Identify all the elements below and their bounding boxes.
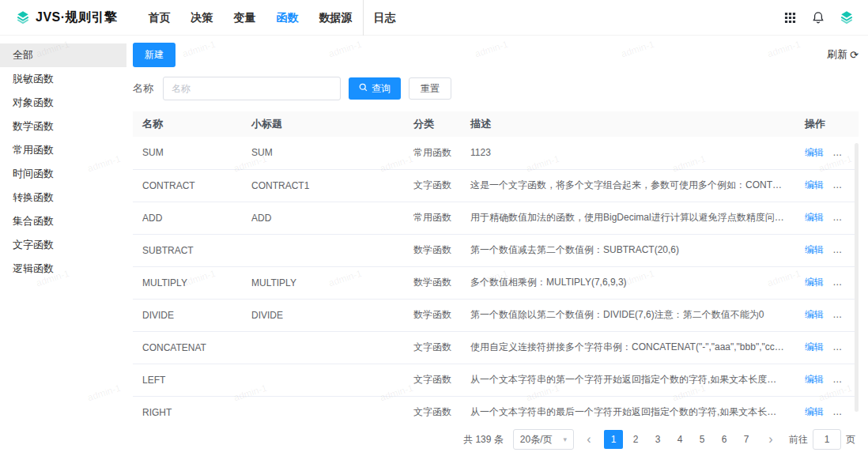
page-button[interactable]: 6	[715, 430, 734, 449]
table-scrollbar[interactable]	[855, 143, 859, 412]
nav-item[interactable]: 首页	[138, 0, 181, 36]
page-button[interactable]: 3	[648, 430, 667, 449]
delete-link[interactable]: 删除	[832, 244, 851, 255]
nav-item[interactable]: 函数	[266, 0, 309, 36]
chevron-down-icon: ▾	[563, 435, 567, 443]
header-subtitle: 小标题	[242, 111, 404, 137]
edit-link[interactable]: 编辑	[805, 212, 824, 223]
edit-link[interactable]: 编辑	[805, 341, 824, 352]
cell-category: 文字函数	[404, 331, 461, 364]
delete-link[interactable]: 删除	[832, 277, 851, 288]
nav-item[interactable]: 变量	[224, 0, 266, 36]
cell-category: 文字函数	[404, 396, 461, 423]
sidebar: 全部 脱敏函数 对象函数 数学函数 常用函数 时间函数 转换函数 集合函数 文字…	[0, 36, 126, 456]
cell-name: RIGHT	[133, 396, 242, 423]
nav-item[interactable]: 决策	[181, 0, 224, 36]
cell-operation: 编辑 删除	[795, 331, 859, 364]
brand: JVS·规则引擎	[16, 9, 118, 26]
sidebar-item[interactable]: 数学函数	[0, 115, 126, 138]
table-row: LEFT 文字函数 从一个文本字符串的第一个字符开始返回指定个数的字符,如果文本…	[133, 364, 859, 396]
delete-link[interactable]: 删除	[832, 147, 851, 158]
delete-link[interactable]: 删除	[832, 406, 851, 417]
app-logo-icon[interactable]	[840, 10, 854, 24]
cell-subtitle: MULTIPLY	[242, 266, 404, 299]
sidebar-item[interactable]: 时间函数	[0, 162, 126, 186]
edit-link[interactable]: 编辑	[805, 406, 824, 417]
table-row: CONCATENAT 文字函数 使用自定义连接符拼接多个字符串例：CONCATE…	[133, 331, 859, 364]
new-button[interactable]: 新建	[133, 43, 175, 67]
toolbar: 新建 刷新 ⟳	[133, 42, 859, 67]
cell-operation: 编辑 删除	[795, 299, 859, 331]
cell-description: 使用自定义连接符拼接多个字符串例：CONCATENAT("-","aaa","b…	[461, 331, 795, 364]
edit-link[interactable]: 编辑	[805, 147, 824, 158]
main-nav: 首页 决策 变量 函数 数据源 日志	[138, 0, 406, 35]
table-header: 名称 小标题 分类 描述 操作	[133, 111, 859, 137]
cell-subtitle: DIVIDE	[242, 299, 404, 331]
edit-link[interactable]: 编辑	[805, 244, 824, 255]
edit-link[interactable]: 编辑	[805, 374, 824, 385]
sidebar-item[interactable]: 逻辑函数	[0, 257, 126, 281]
sidebar-item[interactable]: 常用函数	[0, 138, 126, 162]
functions-table: 名称 小标题 分类 描述 操作 SUM SUM	[133, 111, 859, 423]
sidebar-item[interactable]: 集合函数	[0, 209, 126, 233]
cell-name: DIVIDE	[133, 299, 242, 331]
goto-suffix-label: 页	[846, 433, 855, 447]
edit-link[interactable]: 编辑	[805, 277, 824, 288]
notification-bell-icon[interactable]	[811, 10, 825, 24]
refresh-label: 刷新	[827, 47, 847, 62]
search-button-label: 查询	[372, 82, 391, 96]
page-button[interactable]: 5	[693, 430, 711, 449]
cell-description: 这是一个文字函数，将多个文字组合起来，参数可使用多个例如：CONTRACT("a…	[461, 169, 795, 202]
table-row: SUBTRACT 数学函数 第一个数值减去第二个数值例：SUBTRACT(20,…	[133, 234, 859, 266]
name-filter-input[interactable]	[163, 77, 341, 100]
delete-link[interactable]: 删除	[832, 179, 851, 190]
sidebar-item[interactable]: 对象函数	[0, 91, 126, 115]
sidebar-item[interactable]: 全部	[0, 43, 126, 67]
edit-link[interactable]: 编辑	[805, 309, 824, 320]
table-row: CONTRACT CONTRACT1 文字函数 这是一个文字函数，将多个文字组合…	[133, 169, 859, 202]
main-content: 新建 刷新 ⟳ 名称 查询 重置	[126, 36, 868, 456]
sidebar-item[interactable]: 脱敏函数	[0, 67, 126, 91]
cell-subtitle	[242, 331, 404, 364]
cell-description: 用于精确数值加法的函数，使用BigDecimal进行计算以避免浮点数精度问题。	[461, 202, 795, 234]
cell-name: SUM	[133, 137, 242, 169]
cell-operation: 编辑 删除	[795, 202, 859, 234]
cell-operation: 编辑 删除	[795, 266, 859, 299]
refresh-button[interactable]: 刷新 ⟳	[827, 47, 859, 62]
cell-description: 多个数值相乘例：MULTIPLY(7,6,9,3)	[461, 266, 795, 299]
nav-item[interactable]: 数据源	[309, 0, 363, 36]
table-row: ADD ADD 常用函数 用于精确数值加法的函数，使用BigDecimal进行计…	[133, 202, 859, 234]
next-page-button[interactable]: ›	[762, 429, 779, 450]
table-row: MULTIPLY MULTIPLY 数学函数 多个数值相乘例：MULTIPLY(…	[133, 266, 859, 299]
page-button[interactable]: 4	[670, 430, 689, 449]
delete-link[interactable]: 删除	[832, 374, 851, 385]
brand-title: JVS·规则引擎	[36, 9, 118, 26]
search-icon	[359, 83, 368, 94]
page-body: 全部 脱敏函数 对象函数 数学函数 常用函数 时间函数 转换函数 集合函数 文字…	[0, 36, 868, 456]
goto-page-input[interactable]	[813, 429, 841, 450]
table-row: RIGHT 文字函数 从一个文本字符串的最后一个字符开始返回指定个数的字符,如果…	[133, 396, 859, 423]
table-container: 名称 小标题 分类 描述 操作 SUM SUM	[133, 111, 859, 423]
sidebar-item[interactable]: 转换函数	[0, 186, 126, 209]
delete-link[interactable]: 删除	[832, 212, 851, 223]
cell-category: 常用函数	[404, 202, 461, 234]
page-button[interactable]: 7	[737, 430, 756, 449]
search-button[interactable]: 查询	[349, 77, 401, 100]
nav-item[interactable]: 日志	[363, 0, 406, 36]
cell-subtitle: CONTRACT1	[242, 169, 404, 202]
goto-page: 前往 页	[789, 429, 855, 450]
page-size-select[interactable]: 20条/页 ▾	[513, 429, 574, 450]
page-button[interactable]: 1	[604, 430, 623, 449]
page-button[interactable]: 2	[626, 430, 645, 449]
cell-category: 数学函数	[404, 234, 461, 266]
delete-link[interactable]: 删除	[832, 341, 851, 352]
sidebar-item[interactable]: 文字函数	[0, 233, 126, 257]
delete-link[interactable]: 删除	[832, 309, 851, 320]
prev-page-button[interactable]: ‹	[580, 429, 598, 450]
edit-link[interactable]: 编辑	[805, 179, 824, 190]
reset-button[interactable]: 重置	[409, 77, 451, 100]
cell-name: MULTIPLY	[133, 266, 242, 299]
top-bar: JVS·规则引擎 首页 决策 变量 函数 数据源 日志	[0, 0, 868, 36]
apps-grid-icon[interactable]	[783, 10, 797, 24]
cell-name: CONCATENAT	[133, 331, 242, 364]
